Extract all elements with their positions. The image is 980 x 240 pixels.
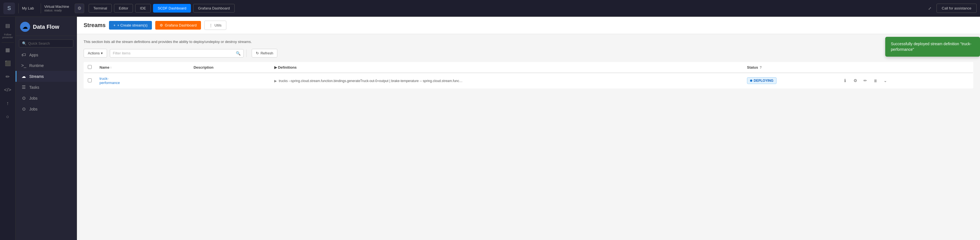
icon-sidebar-top: ▤ Followpresenter — [2, 19, 14, 39]
content-header: Streams + + Create stream(s) ⚙ Grafana D… — [77, 17, 980, 34]
divider2 — [41, 3, 41, 13]
status-badge: DEPLOYING — [747, 77, 776, 84]
row-checkbox-cell — [84, 73, 96, 88]
call-assistance-button[interactable]: Call for assistance — [937, 4, 977, 13]
top-bar: S My Lab Virtual Machine status: ready ⚙… — [0, 0, 980, 17]
stream-description-cell — [189, 73, 270, 88]
nav-sidebar-title: Data Flow — [33, 24, 59, 30]
stream-name-cell: truck-performance — [95, 73, 189, 88]
jobs-icon-1: ⊙ — [21, 96, 27, 101]
runtime-icon: >_ — [21, 63, 27, 68]
edit-button[interactable]: ✏ — [861, 77, 869, 85]
main-layout: ▤ Followpresenter ▦ ⬛ ✏ </> ↑ ○ ☁ Data F… — [0, 17, 980, 240]
definitions-column-header: ▶ Definitions — [270, 62, 743, 73]
deploy-button[interactable]: ⚙ — [851, 77, 859, 85]
row-checkbox[interactable] — [88, 78, 92, 82]
grafana-dashboard-button[interactable]: ⚙ Grafana Dashboard — [155, 21, 201, 30]
sidebar-item-jobs-2[interactable]: ⊙ Jobs — [16, 104, 76, 114]
nav-menu: 🏷 Apps >_ Runtime ☁ Streams ☰ Tasks ⊙ — [16, 50, 76, 114]
row-actions: ℹ ⚙ ✏ ⏸ ⌄ — [841, 77, 969, 85]
pause-button[interactable]: ⏸ — [871, 77, 880, 85]
quick-search-input[interactable] — [28, 41, 70, 45]
plus-icon: + — [113, 23, 116, 27]
refresh-icon: ↻ — [256, 51, 259, 55]
grafana-dashboard-top-button[interactable]: Grafana Dashboard — [193, 4, 234, 13]
toast-notification: Successfully deployed stream definition … — [885, 37, 980, 57]
streams-table: Name ↕ Description ▶ Definitions Status … — [84, 62, 973, 88]
sidebar-item-jobs-2-label: Jobs — [29, 107, 38, 111]
stream-name-link[interactable]: truck-performance — [100, 77, 120, 85]
workspace-label: My Lab — [22, 6, 34, 10]
toolbar: Actions ▾ 🔍 ↻ Refresh — [84, 49, 973, 58]
status-dot — [750, 80, 752, 82]
sidebar-icon-layers[interactable]: ⬛ — [2, 57, 14, 69]
grafana-icon: ⚙ — [160, 23, 163, 27]
sidebar-item-runtime[interactable]: >_ Runtime — [16, 60, 76, 71]
content-area: Streams + + Create stream(s) ⚙ Grafana D… — [77, 17, 980, 240]
search-icon: 🔍 — [22, 41, 27, 45]
sidebar-item-apps-label: Apps — [29, 53, 38, 57]
info-button[interactable]: ℹ — [841, 77, 849, 85]
editor-button[interactable]: Editor — [114, 4, 133, 13]
nav-sidebar: ☁ Data Flow 🔍 🏷 Apps >_ Runtime ☁ — [16, 17, 77, 240]
stream-definitions-cell: ▶ trucks --spring.cloud.stream.function.… — [270, 73, 743, 88]
sidebar-icon-upload[interactable]: ↑ — [2, 98, 14, 110]
utils-button[interactable]: ⋮ Utils — [204, 21, 226, 30]
filter-input[interactable] — [113, 51, 234, 55]
name-sort-icon: ↕ — [110, 66, 111, 69]
sidebar-item-jobs-1-label: Jobs — [29, 96, 38, 101]
filter-search-icon[interactable]: 🔍 — [236, 51, 240, 56]
content-body: This section lists all the stream defini… — [77, 34, 980, 240]
jobs-icon-2: ⊙ — [21, 106, 27, 112]
sidebar-item-streams-label: Streams — [29, 74, 44, 79]
create-streams-button[interactable]: + + Create stream(s) — [109, 21, 152, 30]
refresh-button[interactable]: ↻ Refresh — [252, 49, 278, 58]
description-text: This section lists all the stream defini… — [84, 40, 973, 44]
divider — [18, 3, 19, 13]
quick-search-container: 🔍 — [19, 39, 73, 48]
tasks-icon: ☰ — [21, 85, 27, 90]
sidebar-icon-presenter[interactable]: ▤ — [2, 19, 14, 32]
sidebar-item-tasks[interactable]: ☰ Tasks — [16, 82, 76, 93]
dataflow-icon: ☁ — [20, 22, 30, 32]
select-all-checkbox[interactable] — [88, 65, 92, 69]
scdf-dashboard-button[interactable]: SCDF Dashboard — [153, 4, 191, 13]
sidebar-icon-grid[interactable]: ▦ — [2, 44, 14, 56]
sidebar-item-runtime-label: Runtime — [29, 63, 44, 68]
external-link-icon[interactable]: ⤢ — [925, 4, 934, 13]
streams-icon: ☁ — [21, 74, 27, 79]
sidebar-divider — [2, 42, 14, 43]
table-header-row: Name ↕ Description ▶ Definitions Status … — [84, 62, 973, 73]
sidebar-icon-pencil[interactable]: ✏ — [2, 70, 14, 83]
status-column-header: Status ? — [743, 62, 837, 73]
ide-button[interactable]: IDE — [135, 4, 151, 13]
table-row: truck-performance ▶ trucks --spring.clou… — [84, 73, 973, 88]
expand-definitions-icon[interactable]: ▶ — [274, 79, 277, 83]
sidebar-item-tasks-label: Tasks — [29, 85, 39, 90]
more-button[interactable]: ⌄ — [881, 77, 889, 85]
nav-sidebar-header: ☁ Data Flow — [16, 17, 76, 36]
name-column-header[interactable]: Name ↕ — [95, 62, 189, 73]
status-help-icon[interactable]: ? — [759, 66, 762, 69]
sidebar-icon-circle[interactable]: ○ — [2, 111, 14, 123]
sidebar-icon-code[interactable]: </> — [2, 84, 14, 96]
stream-status-cell: DEPLOYING — [743, 73, 837, 88]
stream-row-actions-cell: ℹ ⚙ ✏ ⏸ ⌄ — [837, 73, 973, 88]
filter-input-container: 🔍 — [110, 49, 243, 58]
sidebar-item-apps[interactable]: 🏷 Apps — [16, 50, 76, 60]
toast-message: Successfully deployed stream definition … — [891, 42, 971, 52]
actions-chevron-icon: ▾ — [101, 51, 103, 55]
description-column-header: Description — [189, 62, 270, 73]
row-actions-column-header — [837, 62, 973, 73]
icon-sidebar: ▤ Followpresenter ▦ ⬛ ✏ </> ↑ ○ — [0, 17, 16, 240]
settings-gear-button[interactable]: ⚙ — [75, 4, 84, 13]
sidebar-item-jobs-1[interactable]: ⊙ Jobs — [16, 93, 76, 104]
sidebar-item-streams[interactable]: ☁ Streams — [16, 71, 76, 82]
app-logo: S — [3, 3, 15, 14]
apps-icon: 🏷 — [21, 53, 27, 58]
top-bar-right: ⤢ Call for assistance — [925, 4, 977, 13]
page-title: Streams — [84, 22, 106, 29]
terminal-button[interactable]: Terminal — [89, 4, 112, 13]
vm-label: Virtual Machine status: ready — [44, 5, 69, 12]
actions-button[interactable]: Actions ▾ — [84, 49, 107, 58]
